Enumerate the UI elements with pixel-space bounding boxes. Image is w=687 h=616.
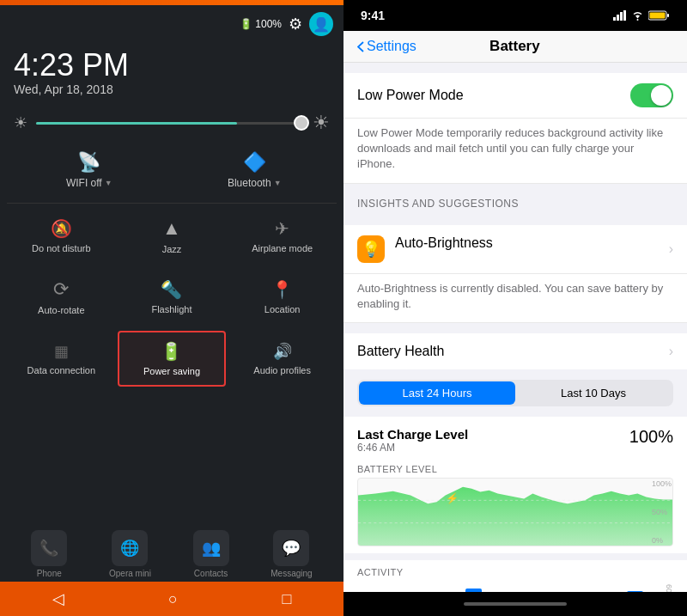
svg-marker-7 — [358, 487, 672, 546]
bluetooth-label: Bluetooth ▼ — [228, 177, 282, 189]
ios-nav-bar: Settings Battery — [344, 31, 687, 63]
toggle-thumb — [651, 85, 672, 106]
settings-icon[interactable]: ⚙ — [289, 15, 302, 34]
contacts-label: Contacts — [194, 569, 228, 578]
activity-bars — [357, 584, 661, 592]
svg-rect-3 — [623, 10, 626, 21]
low-power-mode-section: Low Power Mode Low Power Mode temporaril… — [344, 73, 687, 184]
location-label: Location — [264, 304, 301, 314]
flashlight-toggle[interactable]: 🔦 Flashlight — [118, 270, 227, 324]
last-charge-section: Last Charge Level 6:46 AM 100% — [344, 417, 687, 457]
home-bar[interactable] — [464, 602, 567, 606]
messaging-icon: 💬 — [273, 530, 309, 566]
jazz-toggle[interactable]: ▲ Jazz — [118, 209, 227, 263]
avatar-icon[interactable]: 👤 — [309, 12, 333, 36]
auto-brightness-row[interactable]: 💡 Auto-Brightness › — [344, 225, 687, 274]
flashlight-label: Flashlight — [151, 304, 192, 314]
divider-1 — [7, 203, 337, 204]
quick-actions-row3: ▦ Data connection 🔋 Power saving 🔊 Audio… — [0, 327, 344, 390]
auto-brightness-section: 💡 Auto-Brightness › Auto-Brightness is c… — [344, 225, 687, 323]
dnd-toggle[interactable]: 🔕 Do not disturb — [7, 209, 116, 263]
dock-opera[interactable]: 🌐 Opera mini — [109, 530, 151, 578]
opera-icon: 🌐 — [112, 530, 148, 566]
android-time: 4:23 PM — [14, 50, 330, 81]
back-button[interactable]: ◁ — [52, 589, 64, 608]
activity-bars-container: 60m — [357, 581, 673, 592]
back-chevron-icon — [357, 41, 364, 52]
audio-profiles-toggle[interactable]: 🔊 Audio profiles — [228, 331, 337, 387]
dnd-icon: 🔕 — [51, 218, 72, 239]
settings-back-button[interactable]: Settings — [357, 39, 416, 54]
flashlight-icon: 🔦 — [161, 279, 182, 300]
signal-icon — [613, 10, 627, 21]
bluetooth-toggle[interactable]: 🔷 Bluetooth ▼ — [173, 143, 337, 198]
recent-button[interactable]: □ — [282, 590, 291, 608]
airplane-toggle[interactable]: ✈ Airplane mode — [228, 209, 337, 263]
time-tabs-container: Last 24 Hours Last 10 Days — [344, 380, 687, 406]
autorotate-label: Auto-rotate — [38, 305, 84, 315]
messaging-label: Messaging — [271, 569, 312, 578]
android-dock: 📞 Phone 🌐 Opera mini 👥 Contacts 💬 Messag… — [0, 527, 344, 582]
wifi-toggle[interactable]: 📡 WIFI off ▼ — [7, 143, 172, 198]
insights-header: INSIGHTS AND SUGGESTIONS — [344, 184, 687, 215]
ios-time: 9:41 — [361, 9, 385, 22]
dock-contacts[interactable]: 👥 Contacts — [193, 530, 229, 578]
audio-icon: 🔊 — [273, 342, 292, 361]
tab-24hours[interactable]: Last 24 Hours — [359, 381, 515, 405]
battery-level-chart-section: BATTERY LEVEL — [344, 457, 687, 553]
low-power-toggle[interactable] — [630, 83, 673, 107]
svg-rect-1 — [617, 15, 619, 21]
battery-chart-svg: ⚡ — [358, 479, 672, 546]
wifi-icon — [631, 11, 644, 21]
iphone-frame: 9:41 — [344, 0, 687, 616]
charge-value: 100% — [629, 427, 673, 447]
quick-actions-row2: ⟳ Auto-rotate 🔦 Flashlight 📍 Location — [0, 266, 344, 327]
ios-content[interactable]: Low Power Mode Low Power Mode temporaril… — [344, 63, 687, 592]
brightness-row: ☀ ☀ — [0, 107, 344, 139]
wifi-icon: 📡 — [77, 151, 100, 174]
battery-health-chevron: › — [669, 344, 673, 359]
ios-status-icons — [613, 10, 670, 21]
charge-row: Last Charge Level 6:46 AM 100% — [344, 417, 687, 457]
data-connection-toggle[interactable]: ▦ Data connection — [7, 331, 116, 387]
home-button[interactable]: ○ — [168, 590, 178, 608]
phone-label: Phone — [37, 569, 62, 578]
dock-messaging[interactable]: 💬 Messaging — [271, 530, 312, 578]
battery-status-icon — [648, 10, 670, 21]
ios-status-bar: 9:41 — [344, 0, 687, 31]
clock-area: 4:23 PM Wed, Apr 18, 2018 — [0, 43, 344, 107]
tab-10days[interactable]: Last 10 Days — [515, 381, 672, 405]
location-toggle[interactable]: 📍 Location — [228, 270, 337, 324]
brightness-slider[interactable] — [36, 122, 304, 125]
auto-brightness-icon: 💡 — [357, 235, 385, 263]
quick-actions-row1: 🔕 Do not disturb ▲ Jazz ✈ Airplane mode — [0, 205, 344, 266]
auto-brightness-description: Auto-Brightness is currently disabled. Y… — [344, 274, 687, 323]
data-label: Data connection — [27, 365, 96, 375]
battery-health-row[interactable]: Battery Health › — [344, 333, 687, 369]
jazz-label: Jazz — [162, 244, 182, 254]
svg-rect-5 — [650, 13, 666, 19]
dnd-label: Do not disturb — [32, 243, 90, 253]
battery-chart: ⚡ — [357, 478, 673, 546]
wifi-arrow: ▼ — [105, 179, 112, 187]
dock-phone[interactable]: 📞 Phone — [31, 530, 67, 578]
activity-y-label: 60m — [665, 584, 673, 592]
jazz-icon: ▲ — [162, 217, 181, 240]
power-saving-label: Power saving — [143, 366, 200, 376]
auto-brightness-title: Auto-Brightness — [395, 235, 669, 251]
battery-icon: 🔋 100% — [240, 18, 282, 30]
ios-page-title: Battery — [416, 38, 613, 55]
battery-health-section: Battery Health › — [344, 333, 687, 369]
chart-wrapper: ⚡ 100% 50% 0% — [357, 478, 673, 546]
power-saving-toggle[interactable]: 🔋 Power saving — [118, 331, 227, 387]
android-nav-bar: ◁ ○ □ — [0, 582, 344, 616]
battery-health-label: Battery Health — [357, 344, 669, 359]
battery-chart-title: BATTERY LEVEL — [357, 464, 673, 474]
autorotate-toggle[interactable]: ⟳ Auto-rotate — [7, 270, 116, 324]
svg-rect-0 — [613, 17, 616, 21]
power-saving-icon: 🔋 — [161, 341, 182, 362]
location-icon: 📍 — [271, 279, 293, 300]
airplane-icon: ✈ — [275, 218, 289, 239]
brightness-thumb — [294, 115, 309, 131]
phone-icon: 📞 — [31, 530, 67, 566]
